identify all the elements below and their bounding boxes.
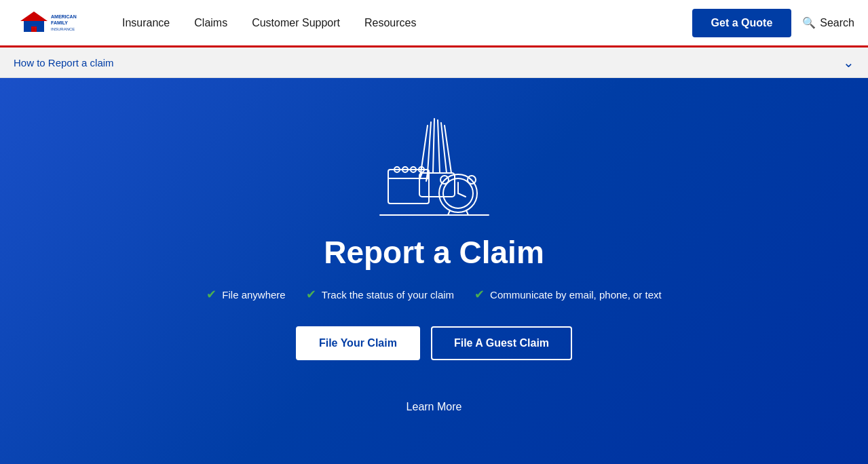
hero-buttons: File Your Claim File A Guest Claim	[296, 326, 572, 360]
feature-file-anywhere: ✔ File anywhere	[206, 287, 285, 302]
svg-rect-2	[31, 26, 37, 32]
main-nav: Insurance Claims Customer Support Resour…	[122, 17, 692, 29]
hero-section: Report a Claim ✔ File anywhere ✔ Track t…	[0, 78, 868, 464]
svg-line-28	[466, 210, 468, 215]
hero-title: Report a Claim	[324, 234, 544, 271]
subnav-label[interactable]: How to Report a claim	[14, 57, 114, 69]
subnav-bar[interactable]: How to Report a claim ⌄	[0, 47, 868, 78]
get-quote-button[interactable]: Get a Quote	[692, 9, 792, 37]
svg-text:AMERICAN: AMERICAN	[51, 14, 77, 19]
file-your-claim-button[interactable]: File Your Claim	[296, 326, 420, 360]
hero-features: ✔ File anywhere ✔ Track the status of yo…	[206, 287, 661, 302]
feature-track-status-text: Track the status of your claim	[322, 289, 454, 301]
header-actions: Get a Quote 🔍 Search	[692, 9, 854, 37]
search-label: Search	[820, 17, 854, 29]
search-icon: 🔍	[802, 16, 816, 29]
svg-text:FAMILY: FAMILY	[51, 20, 68, 25]
nav-claims[interactable]: Claims	[194, 17, 227, 29]
check-icon-2: ✔	[306, 287, 316, 302]
svg-marker-0	[20, 12, 48, 21]
check-icon-1: ✔	[206, 287, 216, 302]
hero-illustration	[339, 98, 529, 220]
svg-line-27	[448, 210, 450, 215]
svg-line-7	[428, 122, 431, 173]
svg-line-6	[421, 125, 428, 173]
feature-file-anywhere-text: File anywhere	[222, 289, 285, 301]
main-header: AMERICAN FAMILY INSURANCE Insurance Clai…	[0, 0, 868, 47]
feature-communicate: ✔ Communicate by email, phone, or text	[474, 287, 662, 302]
nav-insurance[interactable]: Insurance	[122, 17, 170, 29]
nav-customer-support[interactable]: Customer Support	[252, 17, 340, 29]
svg-line-9	[438, 120, 440, 173]
file-guest-claim-button[interactable]: File A Guest Claim	[431, 326, 572, 360]
feature-track-status: ✔ Track the status of your claim	[306, 287, 454, 302]
svg-text:INSURANCE: INSURANCE	[51, 27, 75, 31]
svg-line-8	[433, 119, 434, 173]
learn-more-link[interactable]: Learn More	[407, 401, 462, 413]
logo[interactable]: AMERICAN FAMILY INSURANCE	[14, 6, 95, 40]
search-button[interactable]: 🔍 Search	[802, 16, 854, 29]
svg-line-24	[458, 193, 466, 197]
svg-rect-15	[388, 170, 429, 204]
nav-resources[interactable]: Resources	[364, 17, 416, 29]
feature-communicate-text: Communicate by email, phone, or text	[490, 289, 662, 301]
check-icon-3: ✔	[474, 287, 485, 302]
chevron-down-icon[interactable]: ⌄	[843, 54, 854, 71]
